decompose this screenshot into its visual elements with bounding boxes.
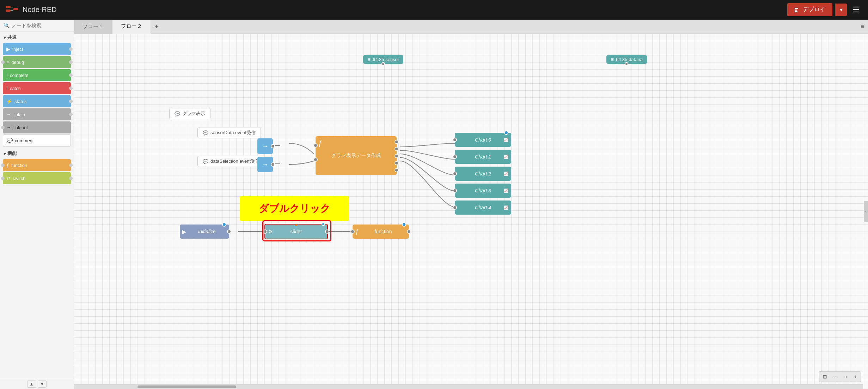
sidebar-item-complete[interactable]: ! complete — [3, 69, 71, 81]
linkin-label: link in — [13, 112, 25, 117]
sidebar-item-status[interactable]: ⚡ status — [3, 95, 71, 107]
sidebar-item-linkout[interactable]: → link out — [3, 121, 71, 133]
catch-icon: ! — [6, 85, 8, 91]
node-top-sensor[interactable]: ⊞ 64.35.sensor — [363, 55, 403, 64]
node-inject-2[interactable]: → — [257, 157, 273, 172]
node-function[interactable]: ƒ function — [353, 225, 409, 239]
chart3-icon: 📈 — [503, 188, 508, 193]
tab-list-button[interactable]: ≡ — [857, 20, 868, 34]
linkin-port-right — [69, 113, 73, 116]
comment-sensor-label: sensorData event受信 — [210, 130, 256, 136]
func-create-port-r5 — [395, 168, 399, 172]
sidebar-item-linkin[interactable]: → link in — [3, 108, 71, 120]
node-inject-1[interactable]: → — [257, 138, 273, 154]
node-top-datana[interactable]: ⊞ 64.35.datana — [606, 55, 647, 64]
slider-label: slider — [290, 229, 302, 234]
chart1-port-left — [453, 155, 457, 159]
canvas-scrollbar-h[interactable] — [74, 384, 863, 389]
canvas[interactable]: ⊞ 64.35.sensor ⊞ 64.35.datana 💬 グラフ表示 💬 … — [74, 34, 868, 389]
sidebar-up-btn[interactable]: ▲ — [27, 381, 36, 388]
zoom-reset-button[interactable]: ○ — [841, 372, 850, 381]
inject1-port — [271, 144, 275, 148]
logo-icon — [6, 5, 18, 15]
node-chart2[interactable]: Chart 2 📈 — [455, 167, 511, 181]
slider-port-left — [263, 229, 267, 234]
top-datana-label: 64.35.datana — [616, 57, 643, 62]
zoom-out-button[interactable]: − — [831, 372, 840, 381]
catch-port-right — [69, 86, 73, 90]
section-common: ▾ 共通 — [0, 31, 74, 42]
chart0-port-left — [453, 138, 457, 142]
svg-rect-0 — [6, 6, 11, 8]
right-panel-toggle[interactable]: ‹ — [864, 201, 868, 222]
node-comment-data[interactable]: 💬 dataSelection event受信 — [197, 156, 265, 167]
chart0-icon: 📈 — [503, 138, 508, 142]
debug-port-right — [69, 60, 73, 64]
sidebar-down-btn[interactable]: ▼ — [38, 381, 47, 388]
inject-port-right — [69, 47, 73, 51]
tab-flow2[interactable]: フロー２ — [112, 20, 151, 34]
search-bar: 🔍 — [0, 20, 74, 31]
sidebar-item-switch[interactable]: ⇄ switch — [3, 172, 71, 184]
linkout-icon: → — [6, 125, 11, 130]
node-comment-sensor[interactable]: 💬 sensorData event受信 — [197, 127, 261, 138]
sidebar-item-inject[interactable]: ▶ inject — [3, 43, 71, 55]
node-chart4[interactable]: Chart 4 📈 — [455, 201, 511, 215]
func-create-port-r1 — [395, 140, 399, 144]
func-create-label: グラフ表示データ作成 — [331, 152, 381, 159]
debug-label: debug — [11, 60, 24, 65]
linkout-port-left — [1, 126, 5, 129]
node-func-create[interactable]: ƒ グラフ表示データ作成 — [316, 136, 397, 175]
sidebar: 🔍 ▾ 共通 ▶ inject ≡ debug ! complete — [0, 20, 74, 389]
switch-icon: ⇄ — [6, 175, 11, 181]
deploy-button[interactable]: デプロイ — [787, 3, 832, 16]
svg-rect-1 — [6, 10, 11, 12]
func-create-port-left2 — [313, 157, 318, 162]
sidebar-item-catch[interactable]: ! catch — [3, 82, 71, 94]
slider-icon: ⚙ — [268, 229, 273, 234]
switch-label: switch — [13, 176, 25, 181]
app-title: Node-RED — [23, 6, 57, 14]
func-create-port-r4 — [395, 161, 399, 165]
node-slider[interactable]: ⚙ slider ▲ — [264, 224, 328, 239]
func-create-port-left — [313, 143, 318, 148]
status-label: status — [14, 99, 27, 104]
minimap-button[interactable]: ⊞ — [820, 372, 830, 381]
chart4-icon: 📈 — [503, 205, 508, 210]
node-initialize[interactable]: ▶ initialize — [180, 225, 229, 239]
complete-label: complete — [10, 73, 29, 78]
zoom-in-button[interactable]: + — [851, 372, 860, 381]
double-click-label: ダブルクリック — [240, 196, 349, 221]
sidebar-item-function[interactable]: ƒ function — [3, 159, 71, 171]
comment-graph-icon: 💬 — [175, 111, 180, 116]
status-port-right — [69, 100, 73, 103]
inject-icon: ▶ — [6, 46, 10, 52]
node-chart1[interactable]: Chart 1 📈 — [455, 150, 511, 164]
tab-flow1[interactable]: フロー１ — [74, 20, 112, 34]
init-icon: ▶ — [182, 228, 186, 235]
double-click-text: ダブルクリック — [259, 202, 330, 215]
function-port-left — [1, 163, 5, 167]
header-right: デプロイ ▾ ☰ — [787, 3, 862, 16]
complete-port-right — [69, 73, 73, 77]
inject-label: inject — [12, 47, 23, 52]
slider-warning-icon: ▲ — [294, 222, 299, 227]
node-chart3[interactable]: Chart 3 📈 — [455, 184, 511, 198]
sidebar-item-comment[interactable]: 💬 comment — [3, 134, 71, 146]
complete-icon: ! — [6, 72, 8, 78]
search-input[interactable] — [12, 23, 70, 28]
chart0-port-top — [504, 131, 508, 135]
comment-data-label: dataSelection event受信 — [210, 158, 260, 164]
menu-button[interactable]: ☰ — [850, 4, 862, 16]
function-port-right — [69, 163, 73, 167]
comment-label: comment — [15, 138, 33, 143]
deploy-dropdown-button[interactable]: ▾ — [835, 4, 847, 16]
tab-add-button[interactable]: + — [151, 20, 162, 34]
node-comment-graph[interactable]: 💬 グラフ表示 — [169, 108, 210, 119]
chart2-port-left — [453, 172, 457, 176]
chart4-label: Chart 4 — [475, 205, 491, 210]
sidebar-content: ▾ 共通 ▶ inject ≡ debug ! complete ! — [0, 31, 74, 379]
sidebar-item-debug[interactable]: ≡ debug — [3, 56, 71, 68]
inject2-port — [271, 162, 275, 167]
node-chart0[interactable]: Chart 0 📈 — [455, 133, 511, 147]
